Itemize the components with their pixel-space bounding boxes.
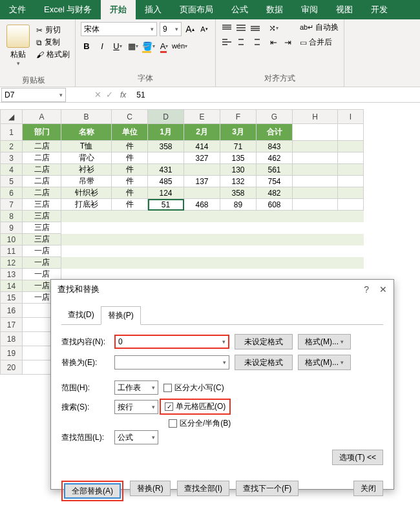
indent-decrease-button[interactable]: ⇤ [268,36,279,48]
tab-view[interactable]: 视图 [327,0,362,19]
pinyin-button[interactable]: wén▾ [174,40,185,52]
align-group-label: 对齐方式 [221,70,339,87]
match-entire-cell-checkbox[interactable]: ✓单元格匹配(O) [165,401,226,412]
clipboard-icon [6,25,30,48]
scope-label: 范围(H): [61,382,109,393]
table-row[interactable]: 4二店衬衫件431130561 [1,164,364,176]
orientation-button[interactable]: ⤭▾ [268,22,279,34]
find-input[interactable]: 0▾ [114,335,229,349]
find-format-button[interactable]: 格式(M)... ▾ [298,334,351,349]
font-name-select[interactable]: 宋体▾ [81,22,157,36]
table-row[interactable]: 12一店 [1,257,364,269]
table-row[interactable]: 13一店 [1,269,364,280]
fx-icon[interactable]: fx [115,90,131,99]
match-case-checkbox[interactable]: 区分大小写(C) [163,382,224,393]
col-header[interactable]: H [293,110,338,124]
bold-button[interactable]: B [81,40,92,52]
align-bottom-button[interactable] [249,22,261,34]
table-row[interactable]: 9三店 [1,222,364,234]
find-format-label: 未设定格式 [235,334,293,349]
find-replace-dialog: 查找和替换 ? ✕ 查找(D) 替换(P) 查找内容(N): 0▾ 未设定格式 … [50,279,394,490]
wrap-icon: ab↵ [300,23,313,32]
table-row[interactable]: 6二店针织衫件124358482 [1,187,364,199]
scope-select[interactable]: 工作表▾ [114,380,158,395]
find-all-button[interactable]: 查找全部(I) [177,481,229,496]
dialog-title: 查找和替换 [58,284,100,295]
format-painter-button[interactable]: 🖌格式刷 [36,49,70,60]
formula-bar: D7▾ ✕ ✓ fx 51 [0,87,420,103]
replace-button[interactable]: 替换(R) [130,481,171,496]
table-row[interactable]: 10三店 [1,234,364,245]
tab-file[interactable]: 文件 [0,0,35,19]
tab-formula[interactable]: 公式 [222,0,257,19]
align-center-button[interactable] [235,36,247,48]
match-byte-checkbox[interactable]: 区分全/半角(B) [169,418,231,429]
tab-layout[interactable]: 页面布局 [171,0,222,19]
replace-input[interactable]: ▾ [114,355,229,370]
table-row[interactable]: 11一店 [1,245,364,257]
name-box[interactable]: D7▾ [1,88,66,102]
copy-icon: ⧉ [36,38,42,47]
scissors-icon: ✂ [36,26,43,35]
col-header[interactable]: B [61,110,112,124]
select-all-corner[interactable]: ◢ [1,110,23,124]
row-header[interactable]: 1 [1,124,23,141]
align-middle-button[interactable] [235,22,247,34]
replace-all-button[interactable]: 全部替换(A) [64,483,121,499]
tab-find[interactable]: 查找(D) [61,306,101,325]
fill-color-button[interactable]: 🪣▾ [143,40,154,52]
formula-input[interactable]: 51 [131,90,145,99]
chevron-down-icon: ▾ [17,60,20,67]
find-label: 查找内容(N): [61,337,109,348]
menu-tabs: 文件 Excel 与财务 开始 插入 页面布局 公式 数据 审阅 视图 开发 [0,0,420,19]
font-color-button[interactable]: A▾ [158,40,170,52]
tab-dev[interactable]: 开发 [362,0,397,19]
cut-button[interactable]: ✂剪切 [36,25,70,36]
align-left-button[interactable] [221,36,233,48]
grow-font-icon[interactable]: A▴ [184,23,196,35]
table-row[interactable]: 3二店背心件327135462 [1,152,364,164]
wrap-text-button[interactable]: ab↵自动换 [300,22,339,33]
merge-button[interactable]: ▭合并后 [300,37,339,48]
options-toggle-button[interactable]: 选项(T) << [332,450,383,465]
table-row[interactable]: 8三店 [1,211,364,222]
col-header[interactable]: D [148,110,184,124]
col-header[interactable]: C [112,110,148,124]
lookin-select[interactable]: 公式▾ [114,430,158,444]
align-top-button[interactable] [221,22,233,34]
table-row[interactable]: 5二店吊带件485137132754 [1,176,364,187]
tab-insert[interactable]: 插入 [136,0,171,19]
table-row[interactable]: 2二店T恤件35841471843 [1,141,364,152]
col-header[interactable]: A [23,110,61,124]
tab-review[interactable]: 审阅 [292,0,327,19]
italic-button[interactable]: I [96,40,108,52]
tab-home[interactable]: 开始 [101,0,136,19]
table-row[interactable]: 7三店打底衫件5146889608 [1,199,364,211]
tab-replace[interactable]: 替换(P) [101,306,141,325]
confirm-icon[interactable]: ✓ [103,89,115,101]
border-button[interactable]: ▦▾ [127,40,139,52]
replace-label: 替换为(E): [61,357,109,368]
col-header[interactable]: I [338,110,364,124]
replace-format-button[interactable]: 格式(M)... ▾ [298,355,351,370]
help-icon[interactable]: ? [364,284,369,295]
underline-button[interactable]: U▾ [112,40,123,52]
search-direction-select[interactable]: 按行▾ [114,400,158,414]
close-button[interactable]: 关闭 [353,481,383,496]
font-size-select[interactable]: 9▾ [160,22,182,36]
paste-button[interactable]: 粘贴 ▾ [5,22,31,69]
cancel-icon[interactable]: ✕ [92,89,103,101]
copy-button[interactable]: ⧉复制 [36,37,70,48]
search-label: 搜索(S): [61,402,109,413]
col-header[interactable]: E [184,110,220,124]
lookin-label: 查找范围(L): [61,432,109,443]
col-header[interactable]: G [257,110,293,124]
find-next-button[interactable]: 查找下一个(F) [236,481,299,496]
align-right-button[interactable] [249,36,261,48]
col-header[interactable]: F [220,110,257,124]
shrink-font-icon[interactable]: A▾ [198,23,210,35]
close-icon[interactable]: ✕ [379,284,387,295]
tab-excelfin[interactable]: Excel 与财务 [35,0,101,19]
tab-data[interactable]: 数据 [257,0,292,19]
indent-increase-button[interactable]: ⇥ [282,36,293,48]
